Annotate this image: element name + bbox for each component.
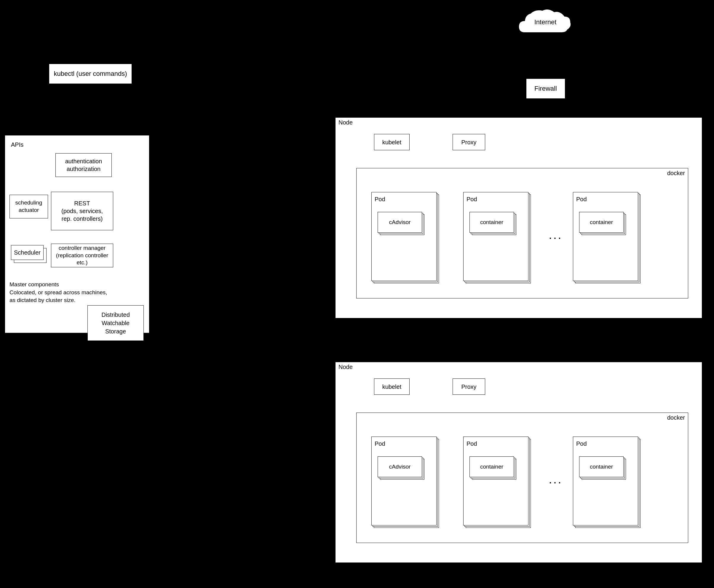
node2-docker: docker Pod cAdvisor — [356, 413, 688, 543]
node2-box: Node kubelet Proxy docker Pod — [335, 362, 702, 563]
node2-pod2-label: Pod — [466, 440, 477, 447]
node2-pod3-label: Pod — [576, 440, 587, 447]
node1-pod2-label: Pod — [466, 195, 477, 203]
scheduler1-box: Scheduler — [11, 245, 44, 260]
scheduling-box: scheduling actuator — [9, 195, 48, 218]
node2-kubelet: kubelet — [374, 378, 410, 395]
node1-pod1-label: Pod — [375, 195, 385, 203]
node2-docker-label: docker — [667, 414, 685, 421]
scheduling-label: scheduling actuator — [16, 199, 42, 214]
scheduler1-label: Scheduler — [14, 249, 41, 256]
etcd-label: (implemented via etcd) — [87, 344, 147, 351]
distributed-box: Distributed Watchable Storage — [87, 305, 144, 341]
node1-kubelet: kubelet — [374, 134, 410, 150]
apis-label: APIs — [11, 141, 23, 148]
auth-label: authentication authorization — [65, 158, 102, 173]
node1-label: Node — [338, 119, 353, 126]
node2-container3-label: container — [590, 463, 613, 471]
node2-pod1-label: Pod — [375, 440, 385, 447]
node1-docker-label: docker — [667, 170, 685, 177]
node1-container2-label: container — [480, 219, 503, 226]
node2-proxy: Proxy — [453, 378, 485, 395]
master-label: Master components Colocated, or spread a… — [9, 281, 107, 304]
node1-proxy: Proxy — [453, 134, 485, 150]
kubectl-label: kubectl (user commands) — [54, 70, 127, 78]
node1-container3-label: container — [590, 219, 613, 226]
controller-box: controller manager (replication controll… — [51, 244, 113, 267]
node1-pod3-label: Pod — [576, 195, 587, 203]
kubectl-box: kubectl (user commands) — [49, 64, 132, 84]
node2-label: Node — [338, 364, 353, 371]
internet-label: Internet — [534, 18, 556, 26]
master-box: APIs authentication authorization REST (… — [4, 135, 150, 333]
firewall-box: Firewall — [526, 79, 565, 99]
rest-box: REST (pods, services, rep. controllers) — [51, 192, 113, 230]
node1-docker: docker Pod cAdvisor — [356, 168, 688, 298]
node2-container2-label: container — [480, 463, 503, 471]
svg-line-10 — [113, 145, 371, 202]
distributed-label: Distributed Watchable Storage — [101, 311, 130, 335]
internet-cloud: Internet — [513, 3, 578, 41]
node1-cadvisor-label: cAdvisor — [389, 219, 411, 226]
node1-ellipsis: · · · — [549, 234, 561, 243]
rest-label: REST (pods, services, rep. controllers) — [61, 200, 103, 223]
node2-ellipsis: · · · — [549, 478, 561, 487]
firewall-label: Firewall — [534, 84, 557, 93]
auth-box: authentication authorization — [56, 153, 112, 177]
node1-box: Node kubelet Proxy docker Pod — [335, 117, 702, 319]
controller-label: controller manager (replication controll… — [51, 245, 113, 267]
node2-cadvisor-label: cAdvisor — [389, 463, 411, 471]
